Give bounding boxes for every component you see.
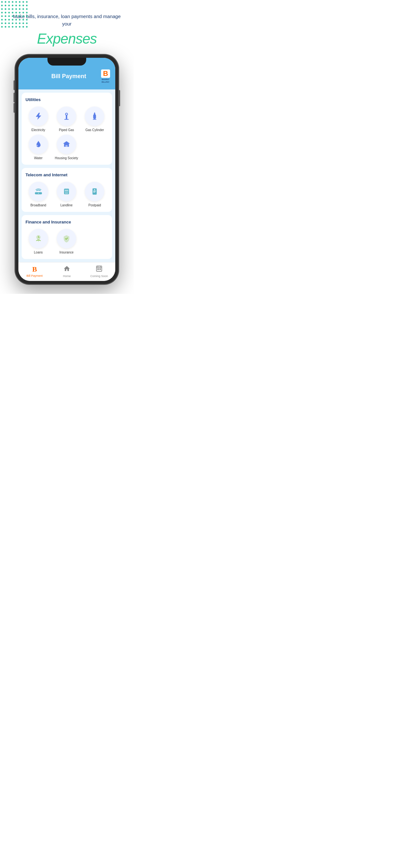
svg-point-27: [12, 12, 13, 13]
svg-rect-68: [66, 145, 68, 147]
icon-item-piped-gas[interactable]: Piped Gas: [54, 106, 79, 132]
icon-circle-gas-cylinder: [85, 106, 104, 126]
icon-circle-electricity: [29, 106, 48, 126]
dots-decoration: [0, 0, 29, 29]
svg-point-23: [26, 8, 28, 10]
svg-point-55: [26, 23, 28, 24]
nav-icon-bill-payment: B: [32, 265, 37, 274]
svg-point-82: [94, 189, 95, 190]
svg-point-29: [19, 12, 21, 13]
svg-point-9: [5, 5, 6, 6]
icon-label-electricity: Electricity: [31, 128, 45, 132]
phone-mockup: Bill Payment B BHARAT BILLPAY UtilitiesE…: [0, 55, 134, 294]
icon-circle-landline: [57, 182, 76, 201]
svg-rect-85: [100, 269, 101, 270]
icon-label-piped-gas: Piped Gas: [59, 128, 74, 132]
nav-item-coming-soon[interactable]: Coming Soon: [83, 262, 115, 281]
icon-circle-broadband: [29, 182, 48, 201]
svg-rect-65: [94, 113, 95, 114]
svg-point-35: [12, 16, 13, 17]
svg-point-76: [65, 193, 66, 194]
svg-point-43: [12, 19, 13, 21]
icon-label-housing-society: Housing Society: [55, 156, 78, 160]
icon-circle-loans: [29, 229, 48, 248]
svg-point-77: [66, 193, 67, 194]
svg-point-31: [26, 12, 28, 13]
svg-point-11: [12, 5, 13, 6]
icon-label-broadband: Broadband: [30, 203, 46, 207]
svg-point-50: [8, 23, 10, 24]
svg-point-49: [5, 23, 6, 24]
svg-point-17: [5, 8, 6, 10]
icon-item-housing-society[interactable]: Housing Society: [54, 135, 79, 160]
nav-item-home[interactable]: Home: [51, 262, 83, 281]
nav-label-bill-payment: Bill Payment: [27, 274, 42, 277]
icon-item-gas-cylinder[interactable]: Gas Cylinder: [82, 106, 107, 132]
svg-point-63: [26, 26, 28, 28]
svg-point-33: [5, 16, 6, 17]
svg-point-40: [1, 19, 3, 21]
svg-point-61: [19, 26, 21, 28]
svg-point-42: [8, 19, 10, 21]
svg-point-60: [16, 26, 17, 28]
hero-title: Expenses: [13, 31, 121, 47]
svg-point-12: [16, 5, 17, 6]
icon-item-postpaid[interactable]: Postpaid: [82, 182, 107, 207]
svg-point-10: [8, 5, 10, 6]
icon-item-landline[interactable]: Landline: [54, 182, 79, 207]
svg-point-32: [1, 16, 3, 17]
svg-point-2: [8, 1, 10, 3]
icon-item-electricity[interactable]: Electricity: [26, 106, 51, 132]
svg-rect-84: [97, 269, 98, 270]
svg-point-59: [12, 26, 13, 28]
svg-point-34: [8, 16, 10, 17]
icon-label-gas-cylinder: Gas Cylinder: [85, 128, 104, 132]
svg-point-4: [16, 1, 17, 3]
section-title-telecom: Telecom and Internet: [26, 173, 108, 177]
svg-point-7: [26, 1, 28, 3]
app-content: UtilitiesElectricityPiped GasGas Cylinde…: [19, 89, 115, 262]
icon-label-loans: Loans: [34, 250, 42, 254]
nav-label-home: Home: [63, 275, 71, 278]
bharat-logo-b: B: [101, 69, 110, 78]
icon-circle-insurance: [57, 229, 76, 248]
svg-rect-80: [93, 191, 96, 191]
svg-point-75: [67, 192, 68, 193]
svg-point-19: [12, 8, 13, 10]
svg-rect-83: [96, 266, 102, 272]
svg-point-62: [23, 26, 24, 28]
nav-label-coming-soon: Coming Soon: [90, 275, 108, 278]
nav-item-bill-payment[interactable]: BBill Payment: [19, 262, 51, 281]
svg-point-26: [8, 12, 10, 13]
icon-grid-utilities: ElectricityPiped GasGas CylinderWaterHou…: [26, 106, 108, 160]
svg-point-0: [1, 1, 3, 3]
svg-point-45: [19, 19, 21, 21]
svg-point-53: [19, 23, 21, 24]
svg-point-21: [19, 8, 21, 10]
icon-circle-postpaid: [85, 182, 104, 201]
bharat-logo-text1: BHARAT: [102, 79, 110, 81]
icon-label-landline: Landline: [60, 203, 73, 207]
icon-item-insurance[interactable]: Insurance: [54, 229, 79, 254]
icon-grid-finance: LoansInsurance: [26, 229, 108, 254]
phone-screen: Bill Payment B BHARAT BILLPAY UtilitiesE…: [19, 58, 115, 281]
svg-point-70: [38, 193, 39, 193]
bottom-nav: BBill PaymentHomeComing Soon: [19, 262, 115, 281]
icon-item-broadband[interactable]: Broadband: [26, 182, 51, 207]
section-telecom: Telecom and InternetBroadbandLandlinePos…: [22, 168, 112, 212]
svg-point-73: [65, 192, 66, 193]
svg-point-57: [5, 26, 6, 28]
section-finance: Finance and InsuranceLoansInsurance: [22, 215, 112, 259]
icon-circle-water: [29, 135, 48, 154]
phone-notch: [48, 58, 86, 66]
svg-point-18: [8, 8, 10, 10]
icon-item-loans[interactable]: Loans: [26, 229, 51, 254]
svg-point-14: [23, 5, 24, 6]
section-title-utilities: Utilities: [26, 97, 108, 102]
icon-item-water[interactable]: Water: [26, 135, 51, 160]
svg-point-5: [19, 1, 21, 3]
nav-icon-home: [63, 265, 70, 274]
svg-point-8: [1, 5, 3, 6]
svg-point-1: [5, 1, 6, 3]
svg-point-54: [23, 23, 24, 24]
